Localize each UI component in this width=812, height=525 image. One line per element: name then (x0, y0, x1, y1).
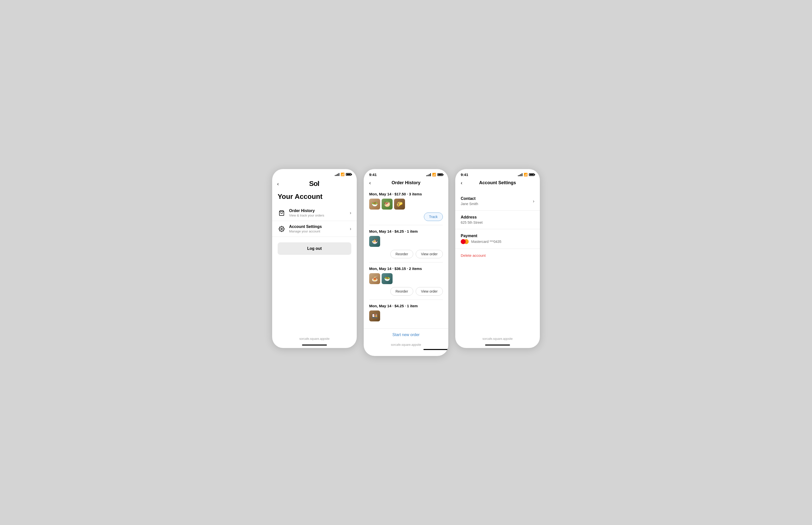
contact-section[interactable]: Contact Jane Smith › (455, 192, 540, 211)
account-settings-header: ‹ Account Settings (455, 178, 540, 188)
footer-url-1: sorcafe.square.appsite (272, 337, 357, 341)
order-1-images: 🥗 🥙 🌮 (369, 199, 443, 210)
address-value: 625 5th Street (461, 221, 483, 224)
payment-section: Payment Mastercard ***0435 (455, 229, 540, 249)
order-item-2: Mon, May 14 · $4.25 · 1 item 🍜 Reorder V… (369, 225, 443, 262)
page-title: Your Account (272, 189, 357, 205)
account-settings-subtitle: Manage your account (289, 229, 350, 233)
order-2-date: Mon, May 14 · $4.25 · 1 item (369, 229, 443, 234)
contact-value: Jane Smith (461, 202, 478, 206)
payment-text: Payment Mastercard ***0435 (461, 234, 501, 244)
start-new-order-button[interactable]: Start new order (369, 333, 443, 337)
track-button[interactable]: Track (424, 212, 443, 221)
order-history-screen-title: Order History (392, 180, 420, 185)
order-4-date: Mon, May 14 · $4.25 · 1 item (369, 304, 443, 308)
back-button-3[interactable]: ‹ (461, 180, 463, 186)
status-bar-3: 9:41 📶 (455, 169, 540, 178)
contact-header: Contact Jane Smith › (461, 196, 534, 206)
svg-point-1 (281, 228, 282, 230)
screens-container: 📶 ‹ Sol· Your Account (272, 169, 540, 356)
view-order-button-3[interactable]: View order (416, 287, 443, 296)
contact-text: Contact Jane Smith (461, 196, 478, 206)
payment-row: Mastercard ***0435 (461, 239, 501, 244)
logout-button[interactable]: Log out (278, 242, 351, 255)
order-item-1: Mon, May 14 · $17.50 · 3 items 🥗 🥙 🌮 Tra… (369, 188, 443, 225)
account-header: ‹ Sol· (272, 177, 357, 189)
order-3-img-1: 🍝 (369, 273, 380, 284)
order-2-actions: Reorder View order (369, 250, 443, 258)
address-label: Address (461, 215, 483, 220)
battery-icon-3 (529, 173, 534, 176)
gear-icon (278, 225, 286, 233)
order-1-actions: Track (369, 212, 443, 221)
order-4-images: 🍱 (369, 311, 443, 321)
status-icons-1: 📶 (335, 172, 351, 176)
order-history-subtitle: View & track your orders (289, 213, 350, 217)
battery-icon (346, 173, 351, 176)
signal-icon (335, 173, 339, 176)
account-settings-text: Account Settings Manage your account (289, 224, 350, 233)
view-order-button-2[interactable]: View order (416, 250, 443, 258)
reorder-button-2[interactable]: Reorder (390, 250, 414, 258)
order-3-actions: Reorder View order (369, 287, 443, 296)
status-icons-3: 📶 (518, 173, 534, 177)
wifi-icon-2: 📶 (432, 173, 436, 177)
screen-order-history: 9:41 📶 ‹ Order History Mon, May 14 · $17… (364, 169, 448, 356)
payment-value: Mastercard ***0435 (471, 240, 501, 244)
address-text: Address 625 5th Street (461, 215, 483, 224)
contact-label: Contact (461, 196, 478, 201)
order-1-img-3: 🌮 (394, 199, 405, 210)
wifi-icon-3: 📶 (524, 173, 528, 177)
order-list: Mon, May 14 · $17.50 · 3 items 🥗 🥙 🌮 Tra… (364, 188, 448, 328)
order-history-item[interactable]: Order History View & track your orders › (272, 205, 357, 221)
signal-icon-3 (518, 173, 522, 176)
order-2-img-1: 🍜 (369, 236, 380, 247)
address-section: Address 625 5th Street (455, 211, 540, 229)
reorder-button-3[interactable]: Reorder (390, 287, 414, 296)
home-indicator-1 (302, 345, 327, 346)
home-indicator-3 (485, 345, 510, 346)
bag-icon (278, 209, 286, 217)
signal-icon-2 (426, 173, 431, 176)
order-history-text: Order History View & track your orders (289, 209, 350, 217)
mc-circle-left (461, 239, 466, 244)
payment-label: Payment (461, 234, 501, 238)
order-1-date: Mon, May 14 · $17.50 · 3 items (369, 192, 443, 196)
order-3-date: Mon, May 14 · $36.15 · 2 items (369, 267, 443, 271)
address-header: Address 625 5th Street (461, 215, 534, 224)
footer-url-3: sorcafe.square.appsite (455, 337, 540, 341)
logo: Sol· (309, 180, 320, 188)
order-item-3: Mon, May 14 · $36.15 · 2 items 🍝 🥗 Reord… (369, 262, 443, 300)
order-history-title: Order History (289, 209, 350, 213)
status-bar-2: 9:41 📶 (364, 169, 448, 178)
settings-content: Contact Jane Smith › Address 625 5th Str… (455, 192, 540, 262)
start-new-order-bar: Start new order (364, 328, 448, 341)
back-button[interactable]: ‹ (277, 181, 279, 187)
time-3: 9:41 (461, 172, 468, 177)
account-settings-title: Account Settings (289, 224, 350, 229)
screen-account-settings: 9:41 📶 ‹ Account Settings Contact (455, 169, 540, 348)
account-settings-item[interactable]: Account Settings Manage your account › (272, 221, 357, 237)
status-bar-1: 📶 (272, 169, 357, 177)
home-indicator-2 (423, 349, 448, 350)
account-settings-screen-title: Account Settings (479, 180, 516, 185)
order-history-header: ‹ Order History (364, 178, 448, 188)
order-item-4: Mon, May 14 · $4.25 · 1 item 🍱 (369, 300, 443, 328)
screen-account: 📶 ‹ Sol· Your Account (272, 169, 357, 348)
order-4-img-1: 🍱 (369, 311, 380, 321)
order-history-chevron: › (350, 210, 351, 215)
order-1-img-2: 🥙 (382, 199, 393, 210)
wifi-icon: 📶 (340, 172, 345, 176)
account-settings-chevron: › (350, 226, 351, 231)
status-icons-2: 📶 (426, 173, 443, 177)
contact-chevron: › (533, 199, 534, 204)
time-2: 9:41 (369, 172, 377, 177)
order-3-img-2: 🥗 (382, 273, 393, 284)
payment-header: Payment Mastercard ***0435 (461, 234, 534, 244)
back-button-2[interactable]: ‹ (369, 180, 371, 186)
order-1-img-1: 🥗 (369, 199, 380, 210)
order-3-images: 🍝 🥗 (369, 273, 443, 284)
battery-icon-2 (437, 173, 443, 176)
mastercard-icon (461, 239, 469, 244)
delete-account-button[interactable]: Delete account (455, 249, 540, 262)
